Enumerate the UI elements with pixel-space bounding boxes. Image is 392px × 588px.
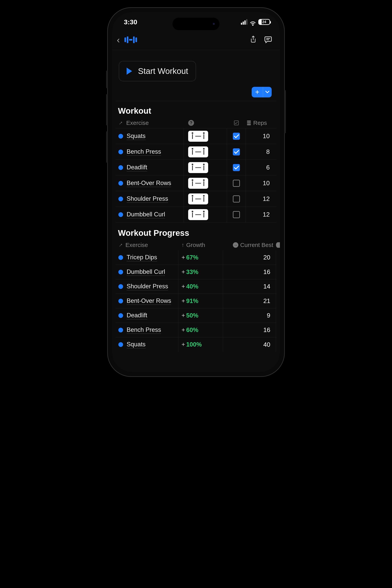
workout-row: Shoulder Press12 — [116, 191, 276, 207]
exercise-name[interactable]: Squats — [126, 132, 146, 140]
workout-row: Dumbbell Curl12 — [116, 207, 276, 222]
wifi-icon — [250, 20, 256, 24]
plus-icon: + — [252, 87, 263, 98]
current-best-value: 16 — [223, 323, 276, 337]
dynamic-island — [172, 18, 220, 30]
exercise-thumbnail[interactable] — [188, 162, 208, 173]
bullet-icon — [118, 255, 123, 260]
start-workout-button[interactable]: Start Workout — [119, 61, 196, 81]
exercise-header[interactable]: Exercise — [126, 120, 149, 126]
arrow-up-icon: ↑ — [182, 242, 184, 248]
done-checkbox[interactable] — [233, 196, 240, 202]
current-best-value: 9 — [223, 308, 276, 322]
done-checkbox[interactable] — [233, 148, 240, 156]
battery-icon: 24 — [258, 19, 270, 25]
workout-section-title: Workout — [118, 106, 276, 116]
bullet-icon — [118, 134, 123, 138]
done-checkbox[interactable] — [233, 164, 240, 171]
growth-value: +100% — [178, 337, 223, 352]
bullet-icon — [118, 165, 123, 170]
play-icon — [126, 68, 132, 75]
progress-row: Dumbbell Curl+33%16 — [116, 265, 276, 279]
reps-value[interactable]: 10 — [246, 128, 276, 144]
growth-header[interactable]: Growth — [186, 242, 205, 248]
current-best-header[interactable]: Current Best — [240, 242, 273, 248]
expand-icon: → — [116, 118, 125, 127]
exercise-name[interactable]: Dumbbell Curl — [126, 211, 165, 218]
add-button[interactable]: + — [252, 87, 272, 98]
exercise-name[interactable]: Bent-Over Rows — [126, 297, 171, 305]
share-icon[interactable] — [250, 36, 257, 44]
exercise-thumbnail[interactable] — [188, 209, 208, 220]
current-best-value: 20 — [223, 250, 276, 264]
exercise-name[interactable]: Tricep Dips — [126, 254, 157, 261]
help-icon[interactable]: ? — [188, 120, 194, 126]
circle-arrow-icon: → — [233, 242, 238, 248]
back-button[interactable]: ‹ — [117, 34, 120, 45]
reps-value[interactable]: 6 — [246, 160, 276, 175]
bullet-icon — [118, 150, 123, 154]
exercise-name[interactable]: Dumbbell Curl — [126, 268, 165, 276]
checkbox-header-icon[interactable] — [234, 120, 239, 125]
exercise-name[interactable]: Deadlift — [126, 312, 147, 319]
bullet-icon — [118, 270, 123, 274]
cellular-signal-icon — [241, 19, 247, 25]
progress-section-title: Workout Progress — [118, 228, 276, 238]
exercise-name[interactable]: Bent-Over Rows — [126, 180, 171, 187]
progress-table-header: → Exercise ↑ Growth → Current Best — [116, 240, 276, 250]
progress-row: Tricep Dips+67%20 — [116, 250, 276, 265]
progress-row: Deadlift+50%9 — [116, 308, 276, 323]
partial-column-icon — [276, 242, 280, 248]
workout-row: Squats10 — [116, 128, 276, 144]
workout-row: Deadlift6 — [116, 160, 276, 176]
growth-value: +67% — [178, 250, 223, 264]
chevron-down-icon[interactable] — [263, 90, 272, 94]
database-icon — [247, 120, 251, 125]
growth-value: +91% — [178, 294, 223, 308]
bullet-icon — [118, 313, 123, 318]
bullet-icon — [118, 196, 123, 201]
start-workout-label: Start Workout — [138, 66, 188, 76]
comment-icon[interactable] — [264, 36, 272, 44]
bullet-icon — [118, 284, 123, 289]
reps-value[interactable]: 12 — [246, 191, 276, 206]
exercise-thumbnail[interactable] — [188, 131, 208, 142]
exercise-name[interactable]: Squats — [126, 341, 146, 348]
reps-header[interactable]: Reps — [253, 120, 267, 126]
growth-value: +60% — [178, 323, 223, 337]
progress-row: Bench Press+60%16 — [116, 323, 276, 337]
status-time: 3:30 — [124, 18, 137, 26]
expand-icon: → — [116, 240, 125, 249]
growth-value: +50% — [178, 308, 223, 322]
done-checkbox[interactable] — [233, 133, 240, 140]
bullet-icon — [118, 328, 123, 332]
reps-value[interactable]: 12 — [246, 207, 276, 222]
exercise-thumbnail[interactable] — [188, 194, 208, 204]
growth-value: +40% — [178, 279, 223, 294]
exercise-thumbnail[interactable] — [188, 146, 208, 158]
growth-value: +33% — [178, 265, 223, 279]
workout-row: Bench Press8 — [116, 144, 276, 160]
exercise-name[interactable]: Bench Press — [126, 148, 161, 156]
workout-table-header: → Exercise ? Reps — [116, 118, 276, 128]
progress-row: Squats+100%40 — [116, 337, 276, 352]
bullet-icon — [118, 212, 123, 217]
reps-value[interactable]: 8 — [246, 144, 276, 160]
exercise-name[interactable]: Deadlift — [126, 164, 147, 171]
bullet-icon — [118, 181, 123, 186]
bullet-icon — [118, 342, 123, 347]
progress-exercise-header[interactable]: Exercise — [126, 242, 148, 248]
reps-value[interactable]: 10 — [246, 176, 276, 191]
exercise-name[interactable]: Bench Press — [126, 326, 161, 334]
exercise-name[interactable]: Shoulder Press — [126, 283, 168, 290]
done-checkbox[interactable] — [233, 180, 240, 187]
exercise-name[interactable]: Shoulder Press — [126, 195, 168, 203]
app-logo-icon[interactable] — [124, 36, 137, 43]
current-best-value: 16 — [223, 265, 276, 279]
current-best-value: 40 — [223, 337, 276, 352]
navigation-bar: ‹ — [112, 32, 280, 50]
bullet-icon — [118, 299, 123, 304]
exercise-thumbnail[interactable] — [188, 178, 208, 189]
current-best-value: 21 — [223, 294, 276, 308]
done-checkbox[interactable] — [233, 211, 240, 218]
